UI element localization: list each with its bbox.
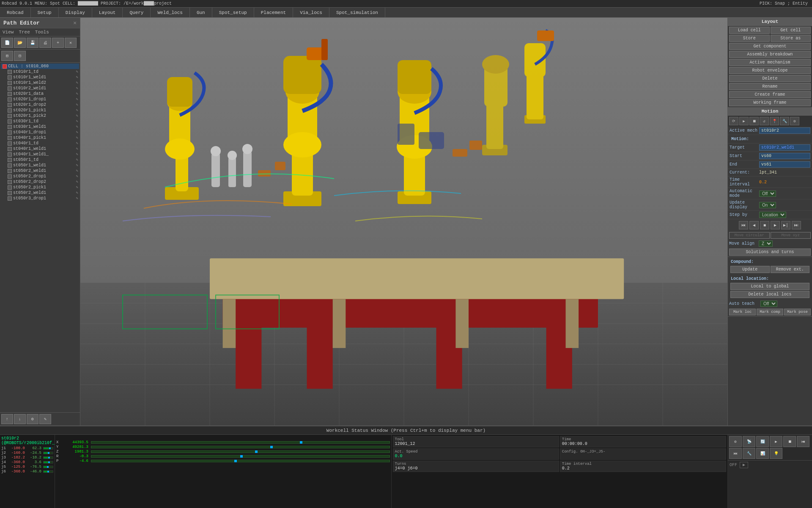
open-button[interactable]: 📂 [14, 38, 26, 48]
move-align-select[interactable]: ZXY [759, 240, 773, 247]
tree-item-st050r2_weld1[interactable]: st050r2_weld1✎ [1, 168, 79, 174]
tree-item-st050r2_pick1[interactable]: st050r2_pick1✎ [1, 185, 79, 190]
br-icon-9[interactable]: 📊 [756, 448, 769, 459]
br-icon-7[interactable]: ⏭ [729, 448, 742, 459]
update-button[interactable]: Update [730, 266, 770, 273]
tree-item-st010r1_weld2[interactable]: st010r1_weld2✎ [1, 80, 79, 86]
collapse-button[interactable]: ⊟ [14, 51, 26, 61]
menu-spot-simulation[interactable]: Spot_simulation [329, 8, 385, 17]
tree-item-action-st040r1_drop1[interactable]: ✎ [76, 130, 78, 135]
stop-button[interactable]: ■ [760, 221, 769, 229]
store-button[interactable]: Store [729, 35, 770, 42]
tree-item-action-st050r2_drop2[interactable]: ✎ [76, 179, 78, 184]
tool4-button[interactable]: ✎ [39, 414, 51, 424]
print-button[interactable]: 🖨 [39, 38, 51, 48]
br-icon-6[interactable]: ⏮ [797, 436, 809, 447]
menu-tree[interactable]: Tree [19, 30, 30, 35]
move-down-button[interactable]: ↓ [14, 414, 26, 424]
active-mechanism-button[interactable]: Active mechanism [729, 59, 811, 66]
tree-item-st010r1_td[interactable]: st010r1_td✎ [1, 69, 79, 75]
tree-item-action-st040r1_weld1b[interactable]: ✎ [76, 152, 78, 157]
tree-item-cell[interactable]: CELL : st010_060 [1, 64, 79, 69]
expand-button[interactable]: ⊞ [1, 51, 13, 61]
skip-to-end-button[interactable]: ⏭ [792, 221, 801, 229]
tree-item-st020r1_pick2[interactable]: st020r1_pick2✎ [1, 113, 79, 119]
tree-item-st040r1_drop1[interactable]: st040r1_drop1✎ [1, 130, 79, 135]
auto-mode-select[interactable]: OffOn [759, 190, 776, 197]
tree-item-st040r1_pick1[interactable]: st040r1_pick1✎ [1, 135, 79, 141]
working-frame-button[interactable]: Working frame [729, 99, 811, 106]
menu-spot-setup[interactable]: Spot_setup [212, 8, 254, 17]
tree-item-st010r1_weld1[interactable]: st010r1_weld1✎ [1, 75, 79, 80]
load-cell-button[interactable]: Load cell [729, 27, 770, 34]
tree-item-action-st040r1_weld1[interactable]: ✎ [76, 146, 78, 151]
tree-item-action-st050r1_weld1[interactable]: ✎ [76, 163, 78, 168]
create-frame-button[interactable]: Create frame [729, 91, 811, 98]
path-editor-close-icon[interactable]: ✕ [73, 19, 77, 26]
move-xyz-button[interactable]: Move xyz [771, 232, 811, 239]
move-up-button[interactable]: ↑ [1, 414, 13, 424]
delete-local-locs-button[interactable]: Delete local locs [730, 291, 809, 298]
tool3-button[interactable]: ⚙ [27, 414, 38, 424]
motion-icon-4[interactable]: ↺ [760, 117, 769, 125]
menu-display[interactable]: Display [59, 8, 92, 17]
tree-item-action-st010r2_weld1[interactable]: ✎ [76, 86, 78, 91]
tree-item-st020r1_data[interactable]: st020r1_data✎ [1, 91, 79, 97]
tree-item-st040r1_weld1b[interactable]: st040r1_weld1_✎ [1, 152, 79, 157]
motion-icon-2[interactable]: ▶ [739, 117, 749, 125]
tree-item-st030r1_td[interactable]: st030r1_td✎ [1, 119, 79, 124]
motion-icon-7[interactable]: ⚙ [790, 117, 799, 125]
tree-item-action-st040r1_td[interactable]: ✎ [76, 141, 78, 146]
tree-item-action-st050r2_drop1[interactable]: ✎ [76, 174, 78, 179]
remove-ext-button[interactable]: Remove ext. [771, 266, 810, 273]
tree-item-action-st010r1_weld1[interactable]: ✎ [76, 75, 78, 80]
br-icon-5[interactable]: ⏹ [783, 436, 796, 447]
tree-item-st050r1_td[interactable]: st050r1_td✎ [1, 157, 79, 163]
auto-teach-select[interactable]: OffOn [760, 301, 777, 307]
menu-gun[interactable]: Gun [190, 8, 212, 17]
tree-item-st050r2_drop2[interactable]: st050r2_drop2✎ [1, 179, 79, 185]
tree-item-st040r1_weld1[interactable]: st040r1_weld1✎ [1, 146, 79, 152]
tree-item-action-st020r1_pick1[interactable]: ✎ [76, 108, 78, 113]
menu-weld-locs[interactable]: Weld_locs [151, 8, 189, 17]
tree-item-st040r1_td[interactable]: st040r1_td✎ [1, 141, 79, 146]
tree-item-action-st010r1_weld2[interactable]: ✎ [76, 80, 78, 85]
delete-frame-button[interactable]: ✕ [65, 38, 77, 48]
tree-item-st030r1_weld1[interactable]: st030r1_weld1✎ [1, 124, 79, 130]
tree-item-action-st040r1_pick1[interactable]: ✎ [76, 135, 78, 140]
delete-button[interactable]: Delete [729, 75, 811, 82]
tree-item-action-st050r2_weld1b[interactable]: ✎ [76, 190, 78, 195]
step-forward-button[interactable]: ▶| [781, 221, 790, 229]
3d-viewport[interactable] [80, 18, 727, 425]
menu-query[interactable]: Query [123, 8, 151, 17]
tree-item-action-st050r3_drop1[interactable]: ✎ [76, 196, 78, 201]
rewind-to-start-button[interactable]: ⏮ [739, 221, 748, 229]
local-to-global-button[interactable]: Local to global [730, 283, 809, 290]
menu-placement[interactable]: Placement [254, 8, 293, 17]
tree-item-action-st050r2_pick1[interactable]: ✎ [76, 185, 78, 190]
motion-icon-6[interactable]: 🔧 [780, 117, 789, 125]
tree-item-action-st020r1_drop1[interactable]: ✎ [76, 97, 78, 102]
br-icon-1[interactable]: ⚙ [729, 436, 742, 447]
menu-layout[interactable]: Layout [92, 8, 123, 17]
robot-envelope-button[interactable]: Robot envelope [729, 67, 811, 74]
store-as-button[interactable]: Store as [771, 35, 811, 42]
mark-loc-button[interactable]: Mark loc [729, 309, 756, 315]
solutions-turns-button[interactable]: Solutions and turns [729, 248, 811, 256]
end-value[interactable]: vs61 [759, 161, 810, 168]
br-icon-4[interactable]: ▶ [770, 436, 782, 447]
tree-item-st050r2_drop1[interactable]: st050r2_drop1✎ [1, 174, 79, 179]
start-value[interactable]: vs60 [759, 153, 810, 159]
target-value[interactable]: st010r2_weld1 [759, 144, 810, 151]
play-button[interactable]: ▶ [771, 221, 780, 229]
menu-setup[interactable]: Setup [31, 8, 59, 17]
mark-comp-button[interactable]: Mark comp [757, 309, 783, 315]
assembly-breakdown-button[interactable]: Assembly breakdown [729, 51, 811, 58]
motion-icon-5[interactable]: 📍 [770, 117, 779, 125]
tree-item-action-st020r1_drop2[interactable]: ✎ [76, 102, 78, 107]
tree-item-action-st010r1_td[interactable]: ✎ [76, 69, 78, 74]
step-by-select[interactable]: LocationTime [759, 212, 786, 218]
move-circular-button[interactable]: Move circular [729, 232, 770, 239]
tree-item-action-st020r1_pick2[interactable]: ✎ [76, 113, 78, 118]
tree-item-st010r2_weld1[interactable]: st010r2_weld1✎ [1, 86, 79, 91]
